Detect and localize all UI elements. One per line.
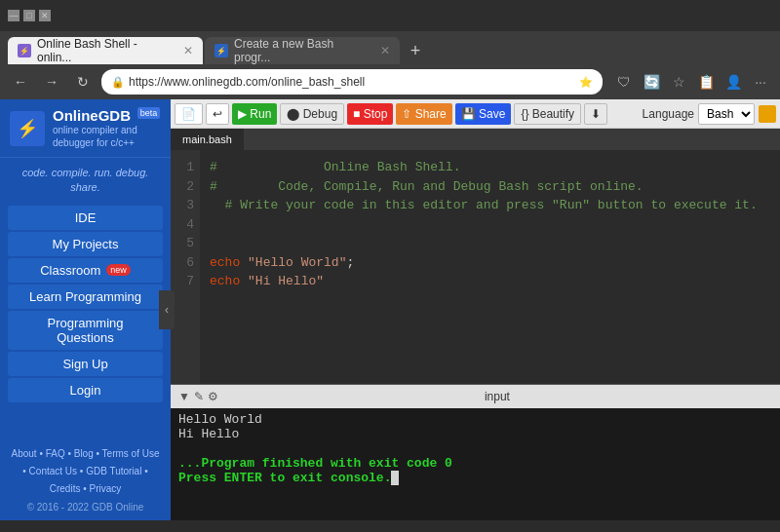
sidebar-links: About • FAQ • Blog • Terms of Use • Cont… [8,445,163,498]
address-text: https://www.onlinegdb.com/online_bash_sh… [129,75,575,89]
output-line-blank [178,441,772,456]
stop-button[interactable]: ■ Stop [347,103,393,125]
sidebar-footer: About • FAQ • Blog • Terms of Use • Cont… [0,437,171,520]
tab-label-2: Create a new Bash progr... [234,37,370,64]
logo-name: OnlineGDB beta [53,107,161,124]
code-content[interactable]: # Online Bash Shell. # Code, Compile, Ru… [200,150,780,384]
tab-new-bash[interactable]: ⚡ Create a new Bash progr... ✕ [205,37,400,64]
output-line-enter: Press ENTER to exit console. [178,471,772,485]
classroom-new-badge: new [106,264,131,276]
undo-button[interactable]: ↩ [206,103,229,125]
star-icon[interactable]: ☆ [667,70,690,94]
output-edit-btn[interactable]: ✎ [194,390,204,403]
output-settings-btn[interactable]: ⚙ [208,390,218,403]
logo-icon: ⚡ [10,111,45,146]
tab-label-1: Online Bash Shell - onlin... [37,37,174,64]
sidebar-item-my-projects[interactable]: My Projects [8,232,163,256]
sidebar-item-sign-up[interactable]: Sign Up [8,352,163,376]
tabs-bar: ⚡ Online Bash Shell - onlin... ✕ ⚡ Creat… [0,31,780,64]
main-content: 📄 ↩ ▶ Run ⬤ Debug ■ Stop ⇧ Share 💾 Save … [171,99,780,520]
sidebar-copyright: © 2016 - 2022 GDB Online [8,502,163,513]
minimize-button[interactable]: — [8,10,20,21]
language-select[interactable]: Bash [698,103,755,125]
output-label: input [222,390,772,403]
output-collapse-btn[interactable]: ▼ [178,390,190,403]
code-editor[interactable]: 1234567 # Online Bash Shell. # Code, Com… [171,150,780,384]
address-input[interactable]: 🔒 https://www.onlinegdb.com/online_bash_… [101,69,603,95]
new-tab-button[interactable]: + [402,37,429,64]
browser-icons: 🛡 🔄 ☆ 📋 👤 ··· [612,70,772,94]
toolbar: 📄 ↩ ▶ Run ⬤ Debug ■ Stop ⇧ Share 💾 Save … [171,99,780,129]
title-bar: — □ ✕ [0,0,780,31]
sidebar-item-programming-questions[interactable]: Programming Questions [8,311,163,350]
app-container: ⚡ OnlineGDB beta online compiler and deb… [0,99,780,520]
sidebar: ⚡ OnlineGDB beta online compiler and deb… [0,99,171,520]
back-button[interactable]: ← [8,69,33,95]
download-button[interactable]: ⬇ [584,103,607,125]
refresh-button[interactable]: ↻ [70,69,96,95]
output-line-1: Hello World [178,412,772,427]
sidebar-menu: IDE My Projects Classroom new Learn Prog… [0,204,171,404]
file-button[interactable]: 📄 [175,103,203,125]
save-button[interactable]: 💾 Save [455,103,512,125]
collection-icon[interactable]: 📋 [694,70,718,94]
sidebar-logo: ⚡ OnlineGDB beta online compiler and deb… [0,99,171,158]
logo-subtitle: online compiler and debugger for c/c++ [53,124,161,149]
sidebar-item-learn-programming[interactable]: Learn Programming [8,285,163,309]
tab-icon-2: ⚡ [214,44,228,57]
tab-bash-shell[interactable]: ⚡ Online Bash Shell - onlin... ✕ [8,37,203,64]
line-numbers: 1234567 [171,150,200,384]
tab-icon-1: ⚡ [18,44,31,57]
logo-text-block: OnlineGDB beta online compiler and debug… [53,107,161,149]
output-container: ▼ ✎ ⚙ input Hello World Hi Hello ...Prog… [171,384,780,520]
output-body[interactable]: Hello World Hi Hello ...Program finished… [171,408,780,520]
output-header: ▼ ✎ ⚙ input [171,385,780,408]
output-line-2: Hi Hello [178,427,772,441]
output-cursor [391,471,399,485]
beautify-button[interactable]: {} Beautify [514,103,581,125]
output-line-exit: ...Program finished with exit code 0 [178,456,772,471]
editor-tabs: main.bash [171,129,780,150]
language-color-indicator [759,105,776,123]
output-controls[interactable]: ▼ ✎ ⚙ [178,390,218,403]
run-button[interactable]: ▶ Run [232,103,277,125]
share-button[interactable]: ⇧ Share [396,103,451,125]
sync-icon[interactable]: 🔄 [640,70,663,94]
language-label: Language [643,107,694,121]
browser-chrome: — □ ✕ ⚡ Online Bash Shell - onlin... ✕ ⚡… [0,0,780,99]
sidebar-item-login[interactable]: Login [8,378,163,402]
language-selector: Language Bash [643,103,776,125]
tab-close-2[interactable]: ✕ [380,44,390,57]
close-button[interactable]: ✕ [39,10,51,21]
maximize-button[interactable]: □ [23,10,35,21]
profile-icon[interactable]: 👤 [722,70,745,94]
shield-icon[interactable]: 🛡 [612,70,636,94]
forward-button[interactable]: → [39,69,64,95]
sidebar-collapse-handle[interactable]: ‹ [159,290,175,329]
sidebar-item-classroom[interactable]: Classroom new [8,258,163,283]
app-wrapper: ⚡ OnlineGDB beta online compiler and deb… [0,99,780,520]
more-button[interactable]: ··· [749,70,772,94]
debug-button[interactable]: ⬤ Debug [280,103,344,125]
editor-tab-main-bash[interactable]: main.bash [171,129,245,150]
address-bar: ← → ↻ 🔒 https://www.onlinegdb.com/online… [0,64,780,99]
tab-close-1[interactable]: ✕ [183,44,193,57]
window-controls[interactable]: — □ ✕ [8,10,51,21]
sidebar-item-ide[interactable]: IDE [8,206,163,230]
sidebar-tagline: code. compile. run. debug. share. [0,158,171,204]
